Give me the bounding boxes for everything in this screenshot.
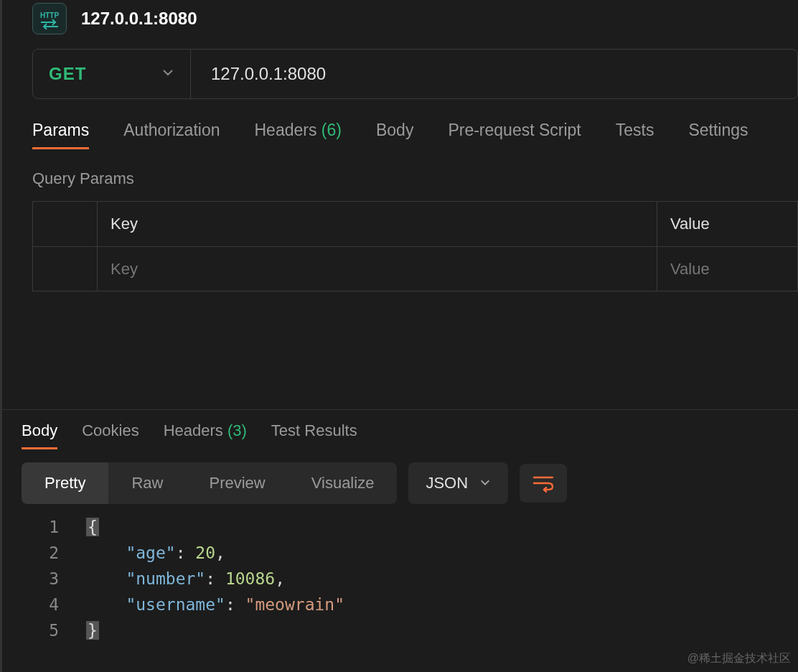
http-icon: HTTP (32, 3, 67, 34)
tab-headers[interactable]: Headers (6) (255, 121, 342, 149)
line-number: 4 (22, 592, 86, 617)
tab-authorization[interactable]: Authorization (123, 121, 220, 149)
query-params-table: Key Value (32, 201, 798, 291)
col-value-header: Value (657, 202, 797, 246)
tab-tests[interactable]: Tests (616, 121, 654, 149)
resp-tab-body[interactable]: Body (22, 421, 57, 449)
page-title: 127.0.0.1:8080 (81, 9, 197, 29)
format-label: JSON (426, 474, 468, 493)
resp-tab-test-results[interactable]: Test Results (271, 421, 357, 449)
request-header: HTTP 127.0.0.1:8080 (32, 0, 798, 49)
view-mode-pretty[interactable]: Pretty (22, 462, 108, 504)
table-row (33, 246, 797, 291)
code-line: 4 "username": "meowrain" (22, 592, 798, 617)
brace-close: } (86, 621, 99, 640)
json-key: "age" (126, 543, 175, 562)
query-params-title: Query Params (32, 169, 798, 188)
view-mode-raw[interactable]: Raw (108, 462, 186, 504)
table-header-row: Key Value (33, 202, 797, 246)
view-mode-visualize[interactable]: Visualize (288, 462, 398, 504)
request-tabs: Params Authorization Headers (6) Body Pr… (32, 121, 798, 149)
svg-text:HTTP: HTTP (40, 11, 59, 19)
resp-tab-headers[interactable]: Headers (3) (164, 421, 247, 449)
tab-settings[interactable]: Settings (688, 121, 748, 149)
json-key: "number" (126, 569, 205, 588)
line-number: 3 (22, 566, 86, 592)
response-tabs: Body Cookies Headers (3) Test Results (22, 421, 798, 449)
line-number: 5 (22, 617, 86, 643)
row-checkbox-cell[interactable] (33, 247, 98, 291)
view-mode-preview[interactable]: Preview (186, 462, 288, 504)
response-code[interactable]: 1 { 2 "age": 20, 3 "number": 10086, 4 "u… (22, 514, 798, 643)
line-number: 1 (22, 514, 86, 540)
headers-count-badge: (6) (321, 121, 342, 139)
response-section: Body Cookies Headers (3) Test Results Pr… (0, 409, 798, 643)
key-input[interactable] (111, 260, 644, 279)
wrap-lines-button[interactable] (520, 464, 567, 503)
col-key-header: Key (98, 202, 657, 246)
watermark: @稀土掘金技术社区 (687, 651, 791, 666)
line-number: 2 (22, 540, 86, 566)
tab-params[interactable]: Params (32, 121, 89, 149)
code-line: 1 { (22, 514, 798, 540)
code-line: 2 "age": 20, (22, 540, 798, 566)
resp-headers-count: (3) (227, 421, 247, 439)
resp-tab-cookies[interactable]: Cookies (82, 421, 139, 449)
code-line: 3 "number": 10086, (22, 566, 798, 592)
request-bar: GET (32, 49, 798, 99)
json-value: "meowrain" (245, 595, 344, 614)
response-toolbar: Pretty Raw Preview Visualize JSON (22, 462, 798, 504)
json-value: 20 (195, 543, 215, 562)
tab-headers-label: Headers (255, 121, 317, 139)
url-input[interactable] (191, 50, 797, 98)
chevron-down-icon (161, 66, 174, 82)
wrap-icon (532, 474, 554, 493)
method-select[interactable]: GET (33, 50, 191, 98)
format-select[interactable]: JSON (408, 462, 508, 504)
key-cell (98, 247, 657, 291)
checkbox-header-cell (33, 202, 98, 246)
brace-open: { (86, 518, 99, 536)
code-line: 5 } (22, 617, 798, 643)
view-modes: Pretty Raw Preview Visualize (22, 462, 397, 504)
value-cell (657, 247, 797, 291)
tab-body[interactable]: Body (376, 121, 413, 149)
json-value: 10086 (225, 569, 275, 588)
tab-pre-request[interactable]: Pre-request Script (448, 121, 581, 149)
json-key: "username" (126, 595, 225, 614)
value-input[interactable] (670, 260, 784, 279)
chevron-down-icon (479, 474, 491, 493)
method-label: GET (49, 64, 86, 84)
resp-headers-label: Headers (164, 421, 223, 439)
